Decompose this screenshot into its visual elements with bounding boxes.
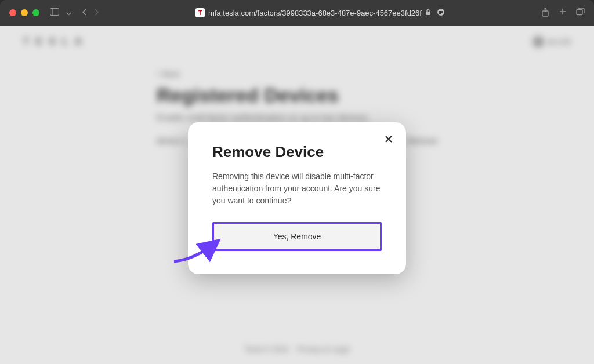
minimize-window-button[interactable] (21, 9, 28, 16)
svg-rect-4 (439, 11, 443, 12)
sidebar-toggle-icon[interactable] (50, 8, 59, 17)
close-window-button[interactable] (9, 9, 16, 16)
forward-button-icon (94, 8, 99, 18)
site-favicon: T (195, 8, 205, 17)
globe-icon (533, 36, 544, 48)
back-link[interactable]: < Back (157, 70, 437, 78)
window-controls (9, 9, 39, 16)
modal-body-text: Removing this device will disable multi-… (212, 170, 382, 207)
footer-copyright: Tesla © 2024 (245, 345, 289, 354)
close-icon[interactable] (384, 134, 393, 145)
page-title: Registered Devices (157, 84, 437, 107)
footer-legal-link[interactable]: Privacy & Legal (297, 345, 349, 354)
back-button-icon[interactable] (82, 8, 87, 18)
url-text: mfa.tesla.com/factors/3998333a-68e3-487e… (208, 9, 422, 17)
toolbar-right-group (541, 8, 585, 19)
chevron-down-icon[interactable] (66, 8, 71, 17)
page-subtitle: Enable multi-factor authentication on up… (157, 112, 437, 122)
svg-rect-8 (577, 9, 582, 14)
viewport: TESLA en-US < Back Registered Devices En… (0, 26, 594, 364)
svg-rect-2 (426, 12, 430, 15)
tabs-overview-icon[interactable] (576, 8, 585, 19)
svg-rect-6 (439, 13, 441, 14)
svg-rect-0 (50, 9, 59, 16)
share-icon[interactable] (541, 8, 549, 19)
device-remove-link[interactable]: Remove (407, 136, 437, 145)
browser-toolbar: T mfa.tesla.com/factors/3998333a-68e3-48… (0, 0, 594, 26)
confirm-remove-button[interactable]: Yes, Remove (212, 222, 382, 251)
reader-icon[interactable] (437, 8, 445, 18)
lock-icon (425, 9, 431, 17)
account-menu[interactable]: en-US (533, 36, 571, 48)
address-bar[interactable]: T mfa.tesla.com/factors/3998333a-68e3-48… (195, 8, 445, 18)
svg-rect-5 (439, 12, 443, 13)
device-name: device 1 (157, 136, 187, 145)
new-tab-icon[interactable] (559, 8, 567, 19)
page-footer: Tesla © 2024 Privacy & Legal (0, 345, 594, 354)
modal-title: Remove Device (212, 143, 382, 161)
tesla-logo[interactable]: TESLA (23, 37, 88, 47)
fullscreen-window-button[interactable] (32, 9, 39, 16)
locale-label: en-US (548, 37, 571, 46)
remove-device-modal: Remove Device Removing this device will … (188, 122, 406, 274)
